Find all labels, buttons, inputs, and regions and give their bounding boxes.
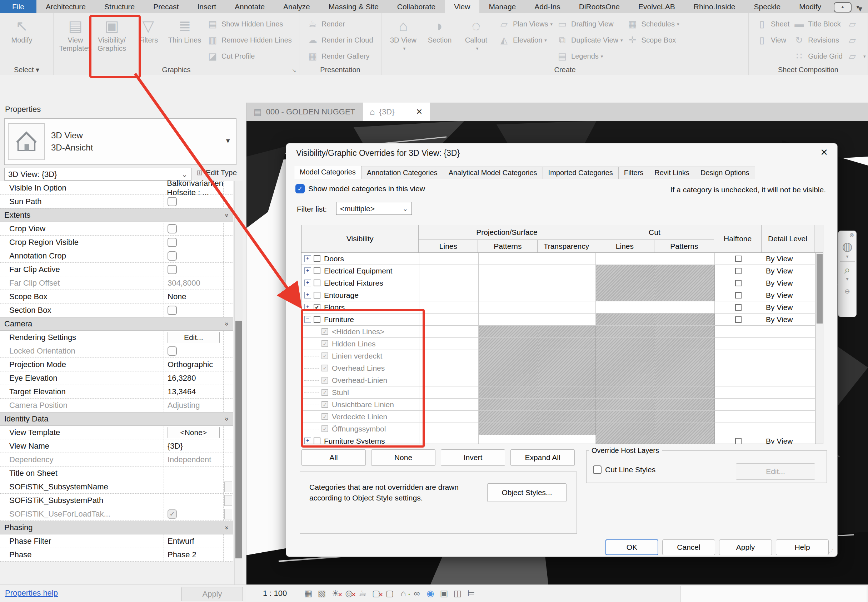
override-cell[interactable] (419, 338, 479, 350)
property-value-view-template[interactable]: <None> (164, 426, 223, 439)
collapse-section-icon[interactable]: « (222, 417, 230, 421)
cancel-button[interactable]: Cancel (662, 539, 715, 555)
override-cell[interactable] (538, 277, 596, 289)
ribbon-tab-annotate[interactable]: Annotate (225, 0, 274, 13)
navbar-zoom-menu-icon[interactable]: ▾ (838, 276, 856, 282)
crop-view-off-icon[interactable]: ▢ (370, 587, 382, 599)
detail-level-cell[interactable]: By View (762, 277, 815, 289)
rendering-dialog-icon[interactable]: ☕ (357, 587, 369, 599)
detail-level-cell[interactable]: By View (762, 435, 815, 444)
override-cell[interactable] (479, 435, 538, 444)
halftone-checkbox[interactable] (735, 438, 742, 444)
matchline-icon-button[interactable]: ▱ (846, 16, 866, 32)
section-header-identity-data[interactable]: Identity Data« (0, 412, 233, 426)
properties-filter-combobox[interactable]: 3D View: {3D} ⌄ (4, 167, 191, 181)
revisions-button[interactable]: ↻Revisions (793, 32, 843, 48)
override-cell[interactable] (479, 253, 538, 264)
override-cell[interactable] (479, 265, 538, 277)
dialog-tab-imported-categories[interactable]: Imported Categories (543, 167, 618, 179)
duplicate-view-button[interactable]: ⧉Duplicate View▾ (556, 32, 623, 48)
halftone-checkbox[interactable] (735, 268, 742, 274)
checkbox-far-clip-active[interactable] (167, 265, 177, 274)
override-cell[interactable] (419, 423, 479, 435)
override-cell[interactable] (479, 289, 538, 301)
navbar-close-icon[interactable]: ⊗ (838, 231, 856, 239)
category-checkbox[interactable] (314, 255, 320, 262)
apply-button[interactable]: Apply (719, 539, 772, 555)
edit-type-button[interactable]: ⊞ Edit Type (195, 168, 237, 177)
scale-button[interactable]: 1 : 100 (263, 589, 302, 598)
type-selector-dropdown-icon[interactable]: ▼ (225, 137, 231, 145)
halftone-checkbox[interactable] (735, 304, 742, 311)
override-cell[interactable] (419, 326, 479, 338)
properties-scrollbar[interactable] (234, 181, 243, 585)
halftone-checkbox[interactable] (735, 316, 742, 323)
scope-box-button[interactable]: ✛Scope Box (626, 32, 680, 48)
checkbox-section-box[interactable] (167, 306, 177, 315)
ribbon-tab-modify[interactable]: Modify (790, 0, 830, 13)
detail-level-cell[interactable]: By View (762, 289, 815, 301)
thin-lines-button[interactable]: ≣Thin Lines (167, 16, 203, 65)
property-value-phase[interactable]: Phase 2 (164, 548, 223, 561)
scrollbar-thumb[interactable] (817, 254, 823, 324)
displaced-elements-icon[interactable]: ◫ (452, 587, 464, 599)
cut-profile-button[interactable]: ◪Cut Profile (207, 48, 292, 64)
override-cell[interactable] (596, 253, 655, 264)
view-tab-3d[interactable]: ⌂{3D}✕ (363, 103, 430, 121)
override-cell[interactable] (479, 277, 538, 289)
title-block-button[interactable]: ▬Title Block (793, 16, 843, 32)
temporary-view-properties-icon[interactable]: ▣ (438, 587, 450, 599)
visual-style-icon[interactable]: ▧ (316, 587, 328, 599)
3d-view-button[interactable]: ⌂3D View▾ (385, 16, 421, 65)
override-cell[interactable] (419, 277, 479, 289)
override-cell[interactable] (479, 301, 538, 313)
override-cell[interactable] (596, 301, 655, 313)
ribbon-tab-rhino-inside[interactable]: Rhino.Inside (684, 0, 745, 13)
steering-wheel-icon[interactable]: ◍ (838, 239, 856, 253)
category-row-doors[interactable]: +DoorsBy View (302, 253, 815, 265)
override-cell[interactable] (655, 301, 715, 313)
associate-parameter-button[interactable] (224, 482, 232, 492)
properties-help-link[interactable]: Properties help (5, 588, 58, 598)
ribbon-tab-view[interactable]: View (445, 0, 479, 13)
remove-hidden-lines-button[interactable]: ▥Remove Hidden Lines (207, 32, 292, 48)
category-row-entourage[interactable]: +EntourageBy View (302, 289, 815, 301)
checkbox-sun-path[interactable] (167, 197, 177, 206)
halftone-checkbox[interactable] (735, 292, 742, 298)
category-checkbox[interactable] (314, 280, 320, 286)
detail-level-icon[interactable]: ▦ (302, 587, 314, 599)
none-button[interactable]: None (371, 449, 435, 466)
halftone-checkbox[interactable] (735, 256, 742, 262)
override-cell[interactable] (419, 253, 479, 264)
close-view-icon[interactable]: ✕ (416, 107, 422, 117)
help-button[interactable]: Help (776, 539, 829, 555)
detail-level-cell[interactable]: By View (762, 301, 815, 313)
panel-expander-icon[interactable]: ↘ (292, 68, 296, 73)
checkbox-crop-region-visible[interactable] (167, 238, 177, 247)
ribbon-tab-insert[interactable]: Insert (188, 0, 225, 13)
ribbon-tab-speckle[interactable]: Speckle (745, 0, 790, 13)
ribbon-tab-analyze[interactable]: Analyze (274, 0, 319, 13)
collapse-section-icon[interactable]: « (222, 526, 230, 530)
ribbon-tab-architecture[interactable]: Architecture (37, 0, 95, 13)
all-button[interactable]: All (302, 449, 366, 466)
table-scrollbar[interactable] (815, 253, 823, 444)
ok-button[interactable]: OK (605, 539, 658, 555)
dialog-tab-annotation-categories[interactable]: Annotation Categories (361, 167, 443, 179)
override-cell[interactable] (538, 301, 596, 313)
type-selector[interactable]: 3D View 3D-Ansicht ▼ (4, 118, 236, 165)
override-cell[interactable] (655, 253, 715, 264)
temporary-hide-isolate-icon[interactable]: ∞ (411, 587, 423, 599)
cut-line-styles-checkbox[interactable] (593, 465, 602, 474)
override-cell[interactable] (419, 313, 479, 325)
view-tab-000-golden-nugget[interactable]: ▤000 - GOLDEN NUGGET (246, 103, 363, 121)
expand-all-button[interactable]: Expand All (510, 449, 575, 466)
override-cell[interactable] (479, 313, 538, 325)
property-value-rendering-settings[interactable]: Edit... (164, 331, 223, 344)
object-styles-button[interactable]: Object Styles... (487, 483, 566, 502)
expand-icon[interactable]: + (304, 255, 311, 262)
resize-grip[interactable]: ⋰ (829, 548, 834, 554)
property-value-title-on-sheet[interactable] (164, 467, 223, 480)
override-cell[interactable] (419, 374, 479, 386)
crop-region-icon[interactable]: ▢ (384, 587, 396, 599)
